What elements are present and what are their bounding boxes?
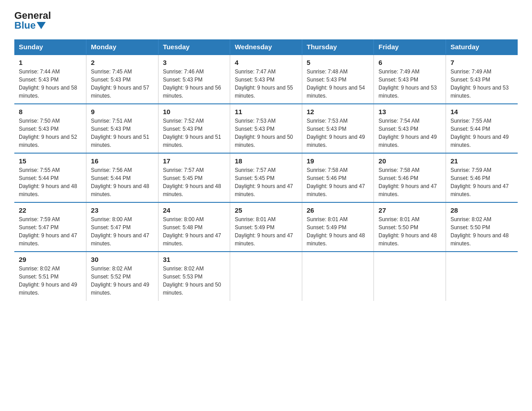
day-info: Sunrise: 7:54 AMSunset: 5:43 PMDaylight:… (378, 118, 437, 148)
calendar-day-cell: 7 Sunrise: 7:49 AMSunset: 5:43 PMDayligh… (446, 55, 518, 104)
day-info: Sunrise: 7:50 AMSunset: 5:43 PMDaylight:… (19, 118, 77, 148)
day-info: Sunrise: 8:02 AMSunset: 5:53 PMDaylight:… (163, 265, 221, 296)
day-info: Sunrise: 8:01 AMSunset: 5:49 PMDaylight:… (235, 216, 293, 247)
calendar-day-cell: 8 Sunrise: 7:50 AMSunset: 5:43 PMDayligh… (14, 104, 86, 153)
day-number: 14 (450, 108, 513, 116)
calendar-day-cell: 13 Sunrise: 7:54 AMSunset: 5:43 PMDaylig… (374, 104, 446, 153)
calendar-day-cell: 26 Sunrise: 8:01 AMSunset: 5:49 PMDaylig… (302, 202, 374, 252)
day-info: Sunrise: 8:02 AMSunset: 5:51 PMDaylight:… (19, 265, 77, 296)
calendar-day-cell: 12 Sunrise: 7:53 AMSunset: 5:43 PMDaylig… (302, 104, 374, 153)
weekday-header-sunday: Sunday (14, 39, 86, 55)
day-number: 28 (450, 206, 513, 214)
logo-triangle-icon (37, 22, 46, 29)
day-info: Sunrise: 8:02 AMSunset: 5:50 PMDaylight:… (450, 216, 509, 247)
calendar-day-cell: 27 Sunrise: 8:01 AMSunset: 5:50 PMDaylig… (374, 202, 446, 252)
day-info: Sunrise: 7:55 AMSunset: 5:44 PMDaylight:… (450, 118, 509, 148)
day-number: 20 (378, 157, 441, 165)
day-info: Sunrise: 7:47 AMSunset: 5:43 PMDaylight:… (235, 68, 293, 99)
calendar-day-cell: 31 Sunrise: 8:02 AMSunset: 5:53 PMDaylig… (158, 252, 230, 301)
day-info: Sunrise: 7:49 AMSunset: 5:43 PMDaylight:… (450, 68, 509, 99)
page-header: General Blue (14, 11, 518, 30)
day-info: Sunrise: 7:53 AMSunset: 5:43 PMDaylight:… (307, 118, 365, 148)
day-number: 5 (307, 59, 369, 66)
calendar-day-cell: 2 Sunrise: 7:45 AMSunset: 5:43 PMDayligh… (86, 55, 159, 104)
weekday-header-monday: Monday (86, 39, 159, 55)
calendar-day-cell (374, 252, 446, 301)
calendar-day-cell: 14 Sunrise: 7:55 AMSunset: 5:44 PMDaylig… (446, 104, 518, 153)
day-info: Sunrise: 7:45 AMSunset: 5:43 PMDaylight:… (91, 68, 149, 99)
day-info: Sunrise: 7:52 AMSunset: 5:43 PMDaylight:… (163, 118, 221, 148)
day-number: 30 (91, 256, 154, 263)
day-number: 31 (163, 256, 226, 263)
day-info: Sunrise: 7:58 AMSunset: 5:46 PMDaylight:… (307, 167, 365, 197)
calendar-day-cell: 23 Sunrise: 8:00 AMSunset: 5:47 PMDaylig… (86, 202, 159, 252)
day-info: Sunrise: 7:57 AMSunset: 5:45 PMDaylight:… (163, 167, 221, 197)
calendar-day-cell: 20 Sunrise: 7:58 AMSunset: 5:46 PMDaylig… (374, 153, 446, 202)
day-number: 19 (307, 157, 369, 165)
day-info: Sunrise: 8:02 AMSunset: 5:52 PMDaylight:… (91, 265, 149, 296)
day-info: Sunrise: 7:48 AMSunset: 5:43 PMDaylight:… (307, 68, 365, 99)
day-number: 12 (307, 108, 369, 116)
calendar-day-cell: 4 Sunrise: 7:47 AMSunset: 5:43 PMDayligh… (230, 55, 302, 104)
day-number: 13 (378, 108, 441, 116)
calendar-day-cell: 22 Sunrise: 7:59 AMSunset: 5:47 PMDaylig… (14, 202, 86, 252)
day-number: 6 (378, 59, 441, 66)
calendar-day-cell: 25 Sunrise: 8:01 AMSunset: 5:49 PMDaylig… (230, 202, 302, 252)
calendar-day-cell: 28 Sunrise: 8:02 AMSunset: 5:50 PMDaylig… (446, 202, 518, 252)
calendar-week-row: 1 Sunrise: 7:44 AMSunset: 5:43 PMDayligh… (14, 55, 518, 104)
calendar-day-cell: 6 Sunrise: 7:49 AMSunset: 5:43 PMDayligh… (374, 55, 446, 104)
calendar-day-cell: 29 Sunrise: 8:02 AMSunset: 5:51 PMDaylig… (14, 252, 86, 301)
calendar-day-cell (230, 252, 302, 301)
calendar-day-cell: 18 Sunrise: 7:57 AMSunset: 5:45 PMDaylig… (230, 153, 302, 202)
weekday-header-wednesday: Wednesday (230, 39, 302, 55)
day-number: 2 (91, 59, 154, 66)
calendar-day-cell: 1 Sunrise: 7:44 AMSunset: 5:43 PMDayligh… (14, 55, 86, 104)
day-info: Sunrise: 7:59 AMSunset: 5:46 PMDaylight:… (450, 167, 509, 197)
calendar-day-cell: 16 Sunrise: 7:56 AMSunset: 5:44 PMDaylig… (86, 153, 159, 202)
day-info: Sunrise: 8:01 AMSunset: 5:50 PMDaylight:… (378, 216, 437, 247)
day-number: 25 (235, 206, 297, 214)
day-number: 21 (450, 157, 513, 165)
calendar-day-cell: 21 Sunrise: 7:59 AMSunset: 5:46 PMDaylig… (446, 153, 518, 202)
weekday-header-saturday: Saturday (446, 39, 518, 55)
day-number: 3 (163, 59, 226, 66)
day-number: 18 (235, 157, 297, 165)
calendar-day-cell: 15 Sunrise: 7:55 AMSunset: 5:44 PMDaylig… (14, 153, 86, 202)
logo-general-text: General (14, 11, 51, 21)
calendar-day-cell: 9 Sunrise: 7:51 AMSunset: 5:43 PMDayligh… (86, 104, 159, 153)
day-info: Sunrise: 7:46 AMSunset: 5:43 PMDaylight:… (163, 68, 221, 99)
day-number: 23 (91, 206, 154, 214)
day-number: 11 (235, 108, 297, 116)
day-number: 17 (163, 157, 226, 165)
logo: General Blue (14, 11, 51, 30)
day-info: Sunrise: 7:55 AMSunset: 5:44 PMDaylight:… (19, 167, 77, 197)
day-number: 26 (307, 206, 369, 214)
day-number: 8 (19, 108, 82, 116)
weekday-header-friday: Friday (374, 39, 446, 55)
day-number: 27 (378, 206, 441, 214)
day-info: Sunrise: 7:51 AMSunset: 5:43 PMDaylight:… (91, 118, 149, 148)
day-info: Sunrise: 7:58 AMSunset: 5:46 PMDaylight:… (378, 167, 437, 197)
calendar-day-cell: 30 Sunrise: 8:02 AMSunset: 5:52 PMDaylig… (86, 252, 159, 301)
calendar-day-cell: 10 Sunrise: 7:52 AMSunset: 5:43 PMDaylig… (158, 104, 230, 153)
calendar-body: 1 Sunrise: 7:44 AMSunset: 5:43 PMDayligh… (14, 55, 518, 301)
day-number: 9 (91, 108, 154, 116)
calendar-day-cell: 5 Sunrise: 7:48 AMSunset: 5:43 PMDayligh… (302, 55, 374, 104)
calendar-day-cell (446, 252, 518, 301)
day-number: 15 (19, 157, 82, 165)
day-number: 24 (163, 206, 226, 214)
weekday-header-thursday: Thursday (302, 39, 374, 55)
day-info: Sunrise: 7:53 AMSunset: 5:43 PMDaylight:… (235, 118, 293, 148)
day-info: Sunrise: 7:57 AMSunset: 5:45 PMDaylight:… (235, 167, 293, 197)
day-info: Sunrise: 8:00 AMSunset: 5:48 PMDaylight:… (163, 216, 221, 247)
day-number: 1 (19, 59, 82, 66)
calendar-table: SundayMondayTuesdayWednesdayThursdayFrid… (14, 39, 518, 301)
day-number: 10 (163, 108, 226, 116)
day-number: 7 (450, 59, 513, 66)
day-info: Sunrise: 8:00 AMSunset: 5:47 PMDaylight:… (91, 216, 149, 247)
day-number: 22 (19, 206, 82, 214)
day-number: 4 (235, 59, 297, 66)
calendar-week-row: 8 Sunrise: 7:50 AMSunset: 5:43 PMDayligh… (14, 104, 518, 153)
day-info: Sunrise: 7:44 AMSunset: 5:43 PMDaylight:… (19, 68, 77, 99)
calendar-header: SundayMondayTuesdayWednesdayThursdayFrid… (14, 39, 518, 55)
